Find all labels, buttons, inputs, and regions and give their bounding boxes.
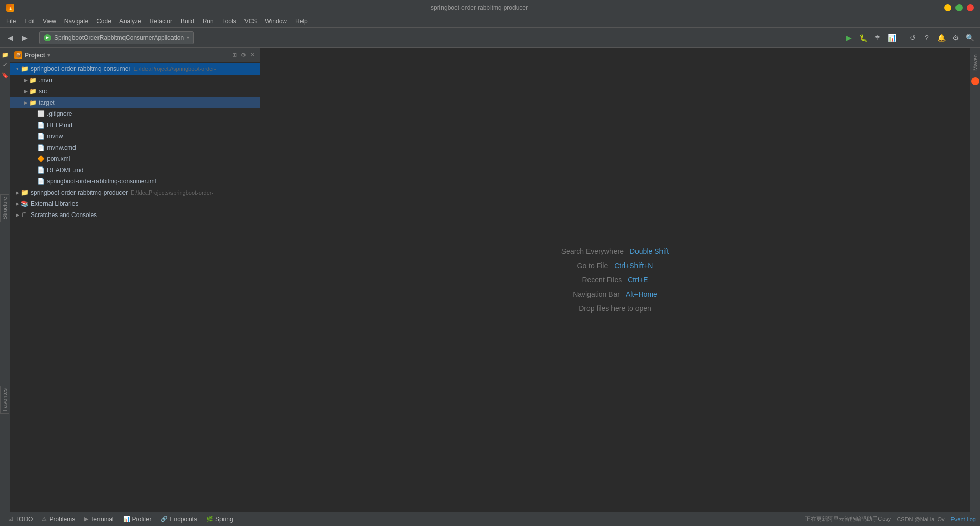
menu-bar: File Edit View Navigate Code Analyze Ref… [0,15,980,28]
menu-refactor[interactable]: Refactor [145,17,177,26]
window-controls[interactable] [944,4,974,11]
tab-todo[interactable]: ☑ TODO [4,515,37,524]
profile-button[interactable]: 📊 [886,32,898,44]
tree-scratches-arrow: ▶ [14,212,20,218]
settings-button[interactable]: ⚙ [949,32,962,44]
hint-recent-files-shortcut: Ctrl+E [628,276,648,284]
collapse-all-button[interactable]: ≡ [224,51,229,59]
hide-panel-button[interactable]: ✕ [249,51,256,59]
problems-icon: ⚠ [42,516,47,522]
tree-helpmd-arrow [31,122,37,128]
hint-navigation-bar-shortcut: Alt+Home [626,290,657,298]
tab-terminal-label: Terminal [90,516,113,523]
menu-file[interactable]: File [2,17,20,26]
back-button[interactable]: ◀ [4,32,16,44]
tree-item-mvnwcmd[interactable]: 📄 mvnw.cmd [10,142,260,153]
settings-gear-button[interactable]: ⚙ [240,51,247,59]
tree-mvnwcmd-arrow [31,145,37,151]
maven-tab[interactable]: Maven [970,50,981,75]
commit-icon[interactable]: ✔ [1,60,10,69]
run-button[interactable]: ▶ [843,32,855,44]
forward-button[interactable]: ▶ [18,32,31,44]
toolbar-separator-1 [35,33,35,43]
window-title: springboot-order-rabbitmq-producer [14,4,944,11]
close-button[interactable] [967,4,974,11]
tree-item-mvn[interactable]: ▶ 📁 .mvn [10,75,260,86]
menu-build[interactable]: Build [177,17,199,26]
status-updating-text: 正在更新阿里云智能编码助手Cosy [805,515,891,523]
menu-view[interactable]: View [39,17,60,26]
tab-terminal[interactable]: ▶ Terminal [80,515,117,524]
run-config-icon: ▶ [44,34,51,41]
tree-extlibs-icon: 📚 [20,200,29,208]
tree-mvn-icon: 📁 [29,76,37,84]
tab-problems-label: Problems [49,516,75,523]
structure-tab[interactable]: Structure [0,194,9,222]
event-log-link[interactable]: Event Log [950,516,976,522]
tree-scratches-icon: 🗒 [20,211,29,219]
tree-extlibs-label: External Libraries [31,200,78,207]
app-icon: 🔥 [6,4,14,12]
tree-item-producer[interactable]: ▶ 📁 springboot-order-rabbitmq-producer E… [10,187,260,198]
toolbar: ◀ ▶ ▶ SpringbootOrderRabbitmqConsumerApp… [0,28,980,48]
tab-problems[interactable]: ⚠ Problems [38,515,79,524]
tree-item-gitignore[interactable]: ⬜ .gitignore [10,108,260,119]
tree-item-scratches[interactable]: ▶ 🗒 Scratches and Consoles [10,209,260,221]
hint-search-everywhere-label: Search Everywhere [561,247,624,255]
tree-root-item[interactable]: ▾ 📁 springboot-order-rabbitmq-consumer E… [10,63,260,75]
help-button[interactable]: ? [921,32,933,44]
tree-readmemd-arrow [31,167,37,173]
notification-dot[interactable]: ! [971,77,979,85]
project-icon[interactable]: 📁 [1,50,10,59]
tree-gitignore-label: .gitignore [47,110,72,117]
menu-analyze[interactable]: Analyze [115,17,145,26]
tab-todo-label: TODO [15,516,33,523]
favorites-tab[interactable]: Favorites [0,386,9,414]
debug-button[interactable]: 🐛 [857,32,869,44]
tree-item-mvnw[interactable]: 📄 mvnw [10,131,260,142]
expand-all-button[interactable]: ⊞ [231,51,238,59]
tab-spring-label: Spring [215,516,233,523]
tree-extlibs-arrow: ▶ [14,201,20,207]
coverage-button[interactable]: ☂ [871,32,884,44]
tree-producer-icon: 📁 [20,188,29,197]
menu-window[interactable]: Window [261,17,291,26]
project-tree: ▾ 📁 springboot-order-rabbitmq-consumer E… [10,62,260,512]
hint-search-everywhere: Search Everywhere Double Shift [561,247,669,255]
menu-edit[interactable]: Edit [20,17,39,26]
tree-item-target[interactable]: ▶ 📁 target [10,97,260,108]
tree-item-pomxml[interactable]: 🔶 pom.xml [10,153,260,164]
update-button[interactable]: ↺ [906,32,919,44]
tree-item-src[interactable]: ▶ 📁 src [10,86,260,97]
window-title-bar: 🔥 springboot-order-rabbitmq-producer [0,0,980,15]
project-panel-title: Project [24,52,45,59]
notification-button[interactable]: 🔔 [935,32,947,44]
tree-item-ext-libs[interactable]: ▶ 📚 External Libraries [10,198,260,209]
run-config-selector[interactable]: ▶ SpringbootOrderRabbitmqConsumerApplica… [39,31,194,44]
tree-gitignore-arrow [31,111,37,117]
tree-item-helpmd[interactable]: 📄 HELP.md [10,119,260,131]
menu-tools[interactable]: Tools [218,17,240,26]
tree-target-label: target [39,99,55,106]
editor-area: Search Everywhere Double Shift Go to Fil… [260,48,970,512]
tree-mvnw-arrow [31,133,37,139]
right-panel: Maven ! [970,48,980,512]
project-panel-arrow[interactable]: ▾ [47,52,50,58]
minimize-button[interactable] [944,4,951,11]
menu-run[interactable]: Run [199,17,218,26]
tab-spring[interactable]: 🌿 Spring [202,515,237,524]
menu-vcs[interactable]: VCS [240,17,261,26]
search-everywhere-button[interactable]: 🔍 [964,32,976,44]
menu-help[interactable]: Help [291,17,312,26]
tab-endpoints[interactable]: 🔗 Endpoints [157,515,201,524]
tree-mvnw-icon: 📄 [37,132,45,140]
menu-code[interactable]: Code [92,17,115,26]
tree-helpmd-label: HELP.md [47,122,72,129]
project-panel-app-icon: 📦 [14,51,22,59]
menu-navigate[interactable]: Navigate [60,17,92,26]
tab-profiler[interactable]: 📊 Profiler [119,515,156,524]
tree-item-readmemd[interactable]: 📄 README.md [10,164,260,176]
bookmarks-icon[interactable]: 🔖 [1,70,10,80]
tree-item-iml[interactable]: 📄 springboot-order-rabbitmq-consumer.iml [10,176,260,187]
maximize-button[interactable] [955,4,963,11]
